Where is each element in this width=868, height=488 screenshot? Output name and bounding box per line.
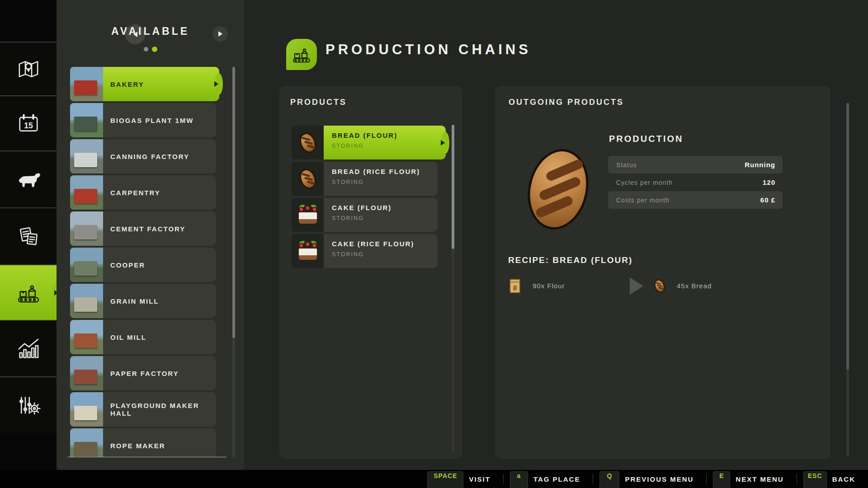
production-heading: PRODUCTION xyxy=(609,134,683,144)
hotkey-label: BACK xyxy=(832,475,855,483)
building-item-cement-factory[interactable]: CEMENT FACTORY xyxy=(70,211,216,246)
bread-icon xyxy=(292,126,324,160)
product-item-bread-flour[interactable]: BREAD (FLOUR) STORING xyxy=(292,126,446,160)
building-thumbnail xyxy=(70,320,103,354)
building-thumbnail xyxy=(70,248,103,282)
products-panel: PRODUCTS BREAD (FLOUR) STORING BREAD (RI… xyxy=(279,86,462,459)
next-page-button[interactable] xyxy=(212,26,228,42)
sidebar-item-production[interactable] xyxy=(0,264,57,320)
building-item-playground-maker-hall[interactable]: PLAYGROUND MAKER HALL xyxy=(70,392,216,427)
recipe-arrow-icon xyxy=(630,277,643,295)
esc-key: ESC xyxy=(803,471,827,488)
building-thumbnail xyxy=(70,428,103,457)
building-name: COOPER xyxy=(110,261,145,269)
sidebar-item-finances[interactable] xyxy=(0,376,57,433)
building-item-grain-mill[interactable]: GRAIN MILL xyxy=(70,284,216,318)
production-chains-screen: 15 xyxy=(0,0,868,488)
building-item-carpentry[interactable]: CARPENTRY xyxy=(70,175,216,210)
building-thumbnail xyxy=(70,356,103,390)
recipe-heading: RECIPE: BREAD (FLOUR) xyxy=(508,255,632,265)
building-name: CANNING FACTORY xyxy=(110,153,189,160)
building-name: OIL MILL xyxy=(110,333,146,341)
building-thumbnail xyxy=(70,211,103,246)
available-buildings-panel: AVAILABLE BAKERY BIOGAS PLANT 1MW CANNIN… xyxy=(57,0,244,470)
flour-bag-icon xyxy=(509,279,520,293)
production-row-costs: Costs per month 60 £ xyxy=(608,191,783,209)
building-item-cooper[interactable]: COOPER xyxy=(70,248,216,282)
building-item-bakery[interactable]: BAKERY xyxy=(70,67,219,101)
sidebar-item-contracts[interactable] xyxy=(0,207,57,264)
page-scrollbar[interactable] xyxy=(846,103,849,456)
finances-icon xyxy=(16,393,41,418)
status-value: Running xyxy=(745,161,775,169)
building-item-rope-maker[interactable]: ROPE MAKER xyxy=(70,428,216,457)
product-name: BREAD (FLOUR) xyxy=(332,131,446,139)
building-thumbnail xyxy=(70,139,103,174)
space-key: SPACE xyxy=(427,471,463,488)
game-menu-rail: 15 xyxy=(0,0,57,488)
product-status: STORING xyxy=(332,251,438,258)
product-status: STORING xyxy=(332,179,438,185)
production-row-status: Status Running xyxy=(608,156,783,174)
production-row-cycles: Cycles per month 120 xyxy=(608,174,783,191)
cake-icon xyxy=(292,198,324,232)
product-status: STORING xyxy=(332,143,446,149)
row-label: Status xyxy=(616,161,637,169)
building-name: ROPE MAKER xyxy=(110,442,165,450)
sidebar-item-calendar[interactable]: 15 xyxy=(0,95,57,150)
hotkey-next-menu[interactable]: E NEXT MENU xyxy=(713,470,790,488)
outgoing-heading: OUTGOING PRODUCTS xyxy=(509,98,624,107)
building-thumbnail xyxy=(70,175,103,210)
scrollbar-thumb[interactable] xyxy=(452,125,454,249)
divider xyxy=(593,474,593,484)
selected-arrow-icon xyxy=(214,81,218,87)
product-item-cake-flour[interactable]: CAKE (FLOUR) STORING xyxy=(292,198,438,232)
building-list: BAKERY BIOGAS PLANT 1MW CANNING FACTORY … xyxy=(70,63,226,457)
a-key: a xyxy=(510,471,528,488)
product-item-bread-rice-flour[interactable]: BREAD (RICE FLOUR) STORING xyxy=(292,162,438,196)
sidebar-item-map[interactable] xyxy=(0,42,57,95)
divider xyxy=(706,474,707,484)
building-name: PAPER FACTORY xyxy=(110,370,179,377)
building-name: BAKERY xyxy=(110,80,144,88)
recipe-input-qty: 90x Flour xyxy=(533,282,565,290)
building-item-oil-mill[interactable]: OIL MILL xyxy=(70,320,216,354)
production-icon xyxy=(16,280,41,305)
costs-value: 60 £ xyxy=(760,196,775,204)
products-scrollbar[interactable] xyxy=(452,125,454,452)
page-dot-1[interactable] xyxy=(144,47,148,52)
hotkey-back[interactable]: ESC BACK xyxy=(803,470,862,488)
building-item-biogas-plant[interactable]: BIOGAS PLANT 1MW xyxy=(70,103,216,137)
hotkey-tag-place[interactable]: a TAG PLACE xyxy=(510,470,587,488)
hotkey-previous-menu[interactable]: Q PREVIOUS MENU xyxy=(599,470,700,488)
building-list-scrollbar[interactable] xyxy=(232,67,235,457)
sidebar-item-animals[interactable] xyxy=(0,150,57,207)
hotkey-label: PREVIOUS MENU xyxy=(625,475,693,483)
contracts-icon xyxy=(16,224,41,249)
sidebar-item-statistics[interactable] xyxy=(0,320,57,376)
page-dot-2-active[interactable] xyxy=(152,47,157,52)
building-item-canning-factory[interactable]: CANNING FACTORY xyxy=(70,139,216,174)
cow-icon xyxy=(16,167,41,192)
building-thumbnail xyxy=(70,284,103,318)
q-key: Q xyxy=(599,471,619,488)
divider xyxy=(503,474,504,484)
chevron-right-icon xyxy=(218,31,222,37)
calendar-day: 15 xyxy=(24,121,33,130)
building-item-paper-factory[interactable]: PAPER FACTORY xyxy=(70,356,216,390)
row-label: Cycles per month xyxy=(616,179,673,186)
building-thumbnail xyxy=(70,392,103,427)
hotkey-visit[interactable]: SPACE VISIT xyxy=(427,470,497,488)
building-name: PLAYGROUND MAKER HALL xyxy=(110,402,216,417)
product-item-cake-rice-flour[interactable]: CAKE (RICE FLOUR) STORING xyxy=(292,234,438,268)
building-name: CARPENTRY xyxy=(110,189,160,197)
product-name: BREAD (RICE FLOUR) xyxy=(332,168,438,175)
bread-icon xyxy=(292,162,324,196)
product-name: CAKE (RICE FLOUR) xyxy=(332,240,438,248)
scrollbar-thumb[interactable] xyxy=(846,103,849,370)
cake-icon xyxy=(292,234,324,268)
building-name: GRAIN MILL xyxy=(110,297,159,305)
products-heading: PRODUCTS xyxy=(290,98,347,107)
hotkey-label: TAG PLACE xyxy=(533,475,580,483)
scrollbar-thumb[interactable] xyxy=(232,67,235,338)
